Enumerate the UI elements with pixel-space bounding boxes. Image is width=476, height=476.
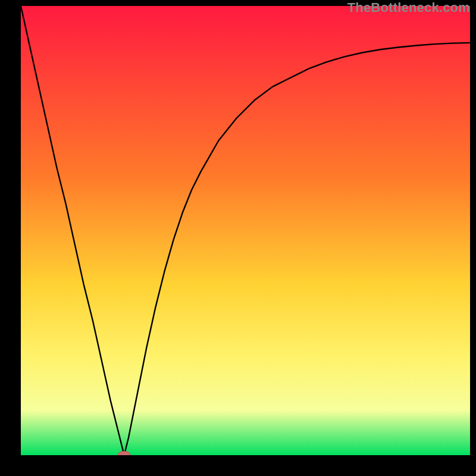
watermark-text: TheBottleneck.com [347,0,470,15]
chart-frame [21,6,470,455]
bottleneck-chart [21,6,470,455]
gradient-background [21,6,470,455]
